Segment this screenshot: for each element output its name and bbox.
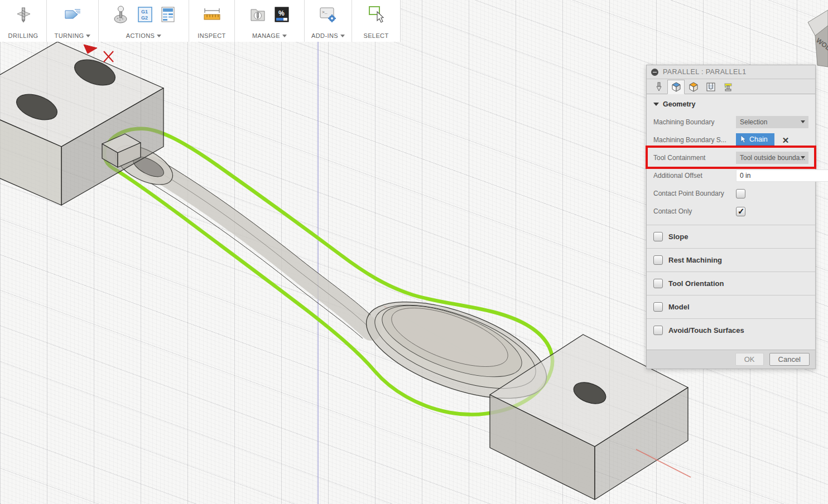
machining-boundary-value: Selection	[740, 118, 767, 126]
toolbar-group-select[interactable]: SELECT	[352, 0, 400, 42]
additional-offset-row: Additional Offset	[647, 167, 815, 185]
rest-machining-checkbox[interactable]	[653, 255, 663, 265]
toolbar-label-select: SELECT	[363, 32, 388, 39]
chevron-down-icon	[157, 35, 161, 37]
contact-point-boundary-checkbox[interactable]	[736, 189, 745, 198]
model-section[interactable]: Model	[647, 295, 815, 318]
machining-boundary-select[interactable]: Selection	[736, 116, 808, 128]
clear-selection-icon[interactable]: ✕	[782, 136, 790, 144]
tab-geometry[interactable]	[667, 80, 685, 94]
spoon-model[interactable]	[109, 138, 559, 419]
toolbar-group-actions[interactable]: G1 G2 ACTIONS	[99, 0, 189, 42]
tab-heights[interactable]	[685, 80, 702, 94]
tool-containment-label: Tool Containment	[653, 154, 736, 162]
toolbar-label-turning: TURNING	[55, 32, 84, 39]
tool-containment-value: Tool outside bounda...	[740, 154, 805, 162]
chevron-down-icon	[86, 35, 90, 37]
chevron-down-icon	[801, 120, 805, 123]
dialog-tab-bar	[647, 79, 815, 94]
rest-machining-section[interactable]: Rest Machining	[647, 248, 815, 272]
view-cube[interactable]: WOL	[808, 10, 828, 67]
post-process-icon	[113, 6, 129, 23]
slope-label: Slope	[668, 232, 688, 241]
chevron-down-icon	[340, 35, 345, 37]
toolbar-label-actions: ACTIONS	[126, 32, 155, 39]
slope-section[interactable]: Slope	[647, 225, 815, 248]
passes-tab-icon	[705, 81, 716, 93]
machining-boundary-selection-row: Machining Boundary S... Chain ✕	[647, 131, 815, 149]
toolbar-group-turning[interactable]: TURNING	[47, 0, 99, 42]
dialog-title: PARALLEL : PARALLEL1	[663, 68, 747, 76]
additional-offset-input[interactable]	[736, 169, 828, 182]
collapse-icon[interactable]	[651, 69, 658, 76]
drilling-icon	[15, 6, 32, 23]
svg-text:G1: G1	[141, 9, 148, 14]
tool-orientation-label: Tool Orientation	[668, 279, 724, 288]
select-icon	[367, 5, 385, 24]
toolbar-label-inspect: INSPECT	[198, 32, 225, 39]
chevron-down-icon	[282, 35, 287, 37]
avoid-touch-surfaces-checkbox[interactable]	[653, 326, 663, 335]
cursor-icon	[740, 135, 747, 143]
svg-text:>_: >_	[322, 9, 328, 14]
tab-tool[interactable]	[650, 80, 667, 94]
tool-orientation-checkbox[interactable]	[653, 279, 663, 288]
tool-containment-select[interactable]: Tool outside bounda...	[736, 152, 808, 164]
turning-icon	[64, 7, 81, 22]
tool-containment-row: Tool Containment Tool outside bounda...	[647, 149, 815, 167]
geometry-section-label: Geometry	[663, 100, 695, 108]
additional-offset-label: Additional Offset	[653, 172, 736, 180]
avoid-touch-surfaces-label: Avoid/Touch Surfaces	[668, 326, 744, 335]
g1g2-icon: G1 G2	[137, 6, 153, 23]
contact-only-row: Contact Only	[647, 202, 815, 220]
machining-boundary-selection-label: Machining Boundary S...	[653, 136, 736, 144]
model-checkbox[interactable]	[653, 302, 663, 312]
geometry-section-header[interactable]: Geometry	[647, 94, 815, 113]
contact-only-label: Contact Only	[653, 207, 736, 215]
heights-tab-icon	[688, 81, 699, 93]
toolbar-group-addins[interactable]: >_ ADD-INS	[305, 0, 352, 42]
toolbar-group-drilling[interactable]: DRILLING	[0, 0, 47, 42]
svg-text:G2: G2	[141, 15, 148, 21]
parallel-dialog: PARALLEL : PARALLEL1	[646, 65, 816, 369]
tool-library-icon	[249, 6, 266, 23]
dialog-footer: OK Cancel	[647, 350, 815, 369]
left-stock-block[interactable]	[0, 42, 163, 205]
cam-toolbar: DRILLING TURNING	[0, 0, 401, 42]
chevron-down-icon	[801, 156, 805, 159]
add-ins-icon: >_	[319, 6, 337, 23]
inspect-ruler-icon	[203, 7, 222, 22]
toolbar-label-drilling: DRILLING	[8, 32, 38, 39]
avoid-touch-surfaces-section[interactable]: Avoid/Touch Surfaces	[647, 318, 815, 342]
machining-boundary-row: Machining Boundary Selection	[647, 113, 815, 131]
toolbar-group-inspect[interactable]: INSPECT	[189, 0, 235, 42]
tool-tab-icon	[653, 81, 665, 93]
chain-select-button[interactable]: Chain	[736, 133, 774, 147]
tool-orientation-section[interactable]: Tool Orientation	[647, 272, 815, 295]
toolbar-label-addins: ADD-INS	[311, 32, 338, 39]
tab-passes[interactable]	[702, 80, 719, 94]
chain-button-label: Chain	[749, 135, 768, 143]
tab-linking[interactable]	[719, 80, 736, 94]
machining-boundary-label: Machining Boundary	[653, 118, 736, 126]
geometry-rows: Machining Boundary Selection Machining B…	[647, 113, 815, 225]
slope-checkbox[interactable]	[653, 232, 663, 241]
contact-only-checkbox[interactable]	[736, 207, 745, 216]
toolbar-label-manage: MANAGE	[252, 32, 280, 39]
dialog-titlebar[interactable]: PARALLEL : PARALLEL1	[647, 65, 815, 79]
model-label: Model	[668, 303, 690, 311]
ok-button[interactable]: OK	[735, 353, 764, 366]
contact-point-boundary-label: Contact Point Boundary	[653, 190, 736, 197]
setup-sheet-icon	[161, 6, 175, 23]
toolbar-group-manage[interactable]: % MANAGE	[235, 0, 305, 42]
geometry-tab-icon	[671, 81, 682, 93]
contact-point-boundary-row: Contact Point Boundary	[647, 185, 815, 202]
cancel-button[interactable]: Cancel	[769, 353, 810, 366]
linking-tab-icon	[723, 81, 734, 93]
feeds-speeds-icon: %	[274, 6, 290, 23]
rest-machining-label: Rest Machining	[668, 256, 722, 264]
svg-text:%: %	[278, 9, 285, 17]
section-collapse-icon	[653, 103, 659, 106]
